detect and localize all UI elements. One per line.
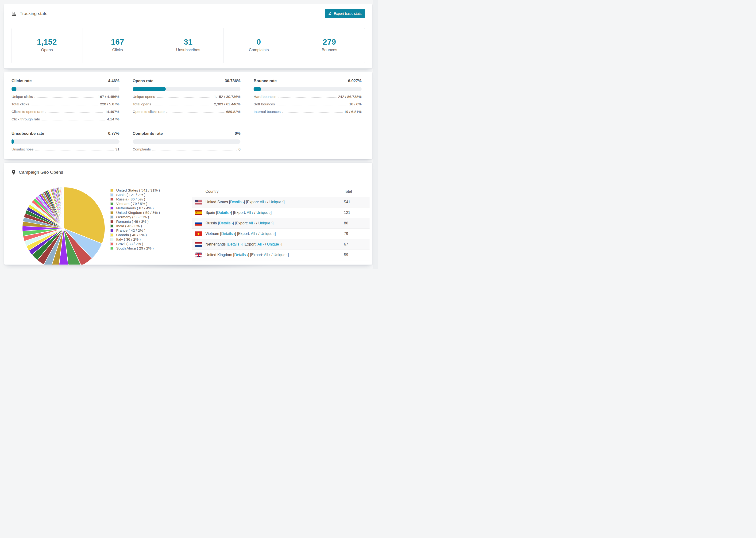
legend-swatch (110, 242, 113, 245)
rate-progress-fill (12, 87, 17, 91)
rate-value: 0% (235, 131, 241, 136)
card-drop-shadow (110, 265, 270, 269)
rate-stat-label: Complaints (133, 147, 151, 151)
export-unique-link[interactable]: Unique › (274, 253, 288, 257)
export-unique-link[interactable]: Unique › (267, 242, 281, 246)
details-link[interactable]: Details › (221, 232, 235, 236)
export-all-link[interactable]: All › (249, 221, 255, 225)
total-cell: 86 (344, 221, 348, 225)
export-unique-link[interactable]: Unique › (260, 232, 274, 236)
legend-item[interactable]: Canada ( 40 / 2% ) (110, 233, 160, 237)
rate-stat-label: Internal bounces (253, 110, 281, 114)
legend-label: Spain ( 121 / 7% ) (116, 193, 145, 197)
legend-label: Canada ( 40 / 2% ) (116, 233, 147, 237)
summary-box: 31Unsubscribes (153, 28, 224, 63)
legend-item[interactable]: United States ( 541 / 31% ) (110, 188, 160, 192)
export-icon (328, 11, 332, 16)
country-cell: Russia [Details ›] [Export: All › / Uniq… (205, 221, 274, 225)
legend-item[interactable]: Spain ( 121 / 7% ) (110, 192, 160, 197)
legend-swatch (110, 193, 113, 196)
dotted-leader (31, 105, 98, 105)
legend-swatch (110, 211, 113, 214)
rate-stat-label: Unique opens (133, 95, 155, 99)
legend-item[interactable]: Romania ( 49 / 3% ) (110, 219, 160, 224)
geo-opens-content: United States ( 541 / 31% )Spain ( 121 /… (4, 182, 372, 265)
rate-stat-row: Unsubscribes31 (12, 147, 120, 151)
slash-separator: / (266, 200, 269, 204)
rate-stat-value: 4.147% (107, 117, 120, 121)
legend-item[interactable]: Russia ( 86 / 5% ) (110, 197, 160, 201)
legend-item[interactable]: South Africa ( 29 / 2% ) (110, 246, 160, 250)
geo-opens-pie-chart[interactable] (22, 187, 105, 265)
column-header-total: Total (344, 189, 352, 194)
details-link[interactable]: Details › (219, 221, 233, 225)
dotted-leader (35, 150, 114, 150)
rate-value: 0.77% (108, 131, 119, 136)
summary-value: 31 (153, 37, 224, 46)
details-link[interactable]: Details › (234, 253, 248, 257)
legend-swatch (110, 215, 113, 219)
slash-separator: / (255, 221, 258, 225)
export-all-link[interactable]: All › (260, 200, 266, 204)
export-unique-link[interactable]: Unique › (258, 221, 272, 225)
export-unique-link[interactable]: Unique › (269, 200, 283, 204)
legend-item[interactable]: Germany ( 55 / 3% ) (110, 215, 160, 219)
flag-de-icon (195, 263, 202, 265)
summary-value: 0 (224, 37, 294, 46)
rate-stat-row: Internal bounces19 / 6.81% (253, 110, 361, 114)
table-row: Netherlands [Details ›] [Export: All › /… (192, 239, 369, 249)
country-name: Netherlands [ (205, 242, 228, 246)
rate-stat-label: Opens to clicks rate (133, 110, 165, 114)
summary-strip: 1,152Opens167Clicks31Unsubscribes0Compla… (12, 28, 365, 63)
dotted-leader (152, 150, 237, 150)
legend-item[interactable]: United Kingdom ( 59 / 3% ) (110, 210, 160, 215)
rates-card: Clicks rate4.46%Unique clicks167 / 4.456… (4, 72, 373, 159)
country-cell: Spain [Details ›] [Export: All › / Uniqu… (205, 211, 272, 215)
export-all-link[interactable]: All › (251, 232, 257, 236)
rate-stat-row: Hard bounces242 / 86.738% (253, 95, 361, 99)
export-all-link[interactable]: All › (247, 211, 253, 215)
rate-stat-row: Complaints0 (133, 147, 241, 151)
export-basic-stats-button[interactable]: Export basic stats (325, 9, 365, 18)
summary-label: Opens (12, 48, 82, 52)
rate-progress-fill (133, 87, 166, 91)
legend-item[interactable]: Netherlands ( 67 / 4% ) (110, 206, 160, 210)
country-name: Russia [ (205, 221, 219, 225)
export-label: ] [Export: (231, 211, 247, 215)
flag-es-icon (195, 210, 202, 215)
pie-slice-other-44[interactable] (63, 187, 64, 228)
table-row: Germany [Details ›] [Export: All › / Uni… (192, 260, 369, 265)
export-all-link[interactable]: All › (264, 253, 270, 257)
legend-item[interactable]: Vietnam ( 79 / 5% ) (110, 201, 160, 206)
details-link[interactable]: Details › (230, 200, 244, 204)
dotted-leader (166, 112, 225, 113)
legend-label: Germany ( 55 / 3% ) (116, 215, 149, 219)
details-link[interactable]: Details › (217, 211, 231, 215)
legend-item[interactable]: India ( 46 / 3% ) (110, 224, 160, 228)
page-vertical-scrollbar[interactable] (373, 0, 378, 269)
map-pin-icon (12, 170, 16, 175)
rate-stat-label: Total clicks (12, 102, 29, 106)
export-unique-link[interactable]: Unique › (256, 211, 270, 215)
export-all-link[interactable]: All › (257, 242, 264, 246)
bar-chart-icon (12, 11, 17, 16)
export-label: ] [Export: (248, 253, 264, 257)
country-cell: Vietnam [Details ›] [Export: All › / Uni… (205, 232, 276, 236)
geo-opens-title: Campaign Geo Opens (12, 170, 63, 175)
total-cell: 59 (344, 253, 348, 257)
legend-item[interactable]: Brazil ( 33 / 2% ) (110, 242, 160, 246)
rate-stat-value: 31 (115, 147, 119, 151)
total-cell: 67 (344, 242, 348, 246)
country-cell: United States [Details ›] [Export: All ›… (205, 200, 285, 204)
legend-label: Vietnam ( 79 / 5% ) (116, 202, 147, 206)
legend-label: Netherlands ( 67 / 4% ) (116, 206, 153, 210)
legend-item[interactable]: Italy ( 36 / 2% ) (110, 237, 160, 242)
legend-label: United States ( 541 / 31% ) (116, 188, 160, 192)
legend-item[interactable]: France ( 42 / 2% ) (110, 228, 160, 233)
table-row: Vietnam [Details ›] [Export: All › / Uni… (192, 228, 369, 239)
rate-stat-value: 2,303 / 61.446% (214, 102, 241, 106)
slash-separator: / (257, 232, 260, 236)
rate-stat-row: Total clicks220 / 5.87% (12, 102, 120, 106)
details-link[interactable]: Details › (228, 242, 242, 246)
legend-swatch (110, 202, 113, 205)
